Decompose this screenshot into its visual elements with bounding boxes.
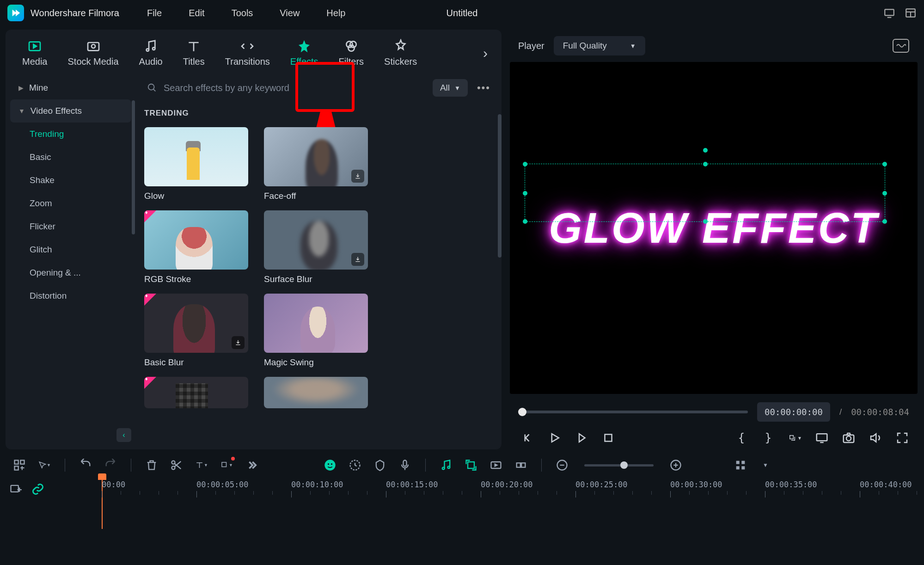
tab-audio[interactable]: Audio <box>131 35 171 71</box>
ai-button[interactable] <box>324 459 337 472</box>
effect-card[interactable] <box>144 377 248 408</box>
split-button[interactable] <box>170 459 183 472</box>
subcat-flicker[interactable]: Flicker <box>10 215 131 238</box>
more-options-button[interactable]: ••• <box>474 82 493 94</box>
snapshot-button[interactable] <box>842 431 856 445</box>
timeline-panel: ▼ ▼ ▼ ▼ 00:0000:00:05:0000: <box>0 449 924 510</box>
ruler-tick: 00:00:05:00 <box>196 480 249 489</box>
display-icon[interactable] <box>883 7 895 19</box>
menu-file[interactable]: File <box>147 8 162 18</box>
zoom-knob[interactable] <box>620 461 628 469</box>
volume-button[interactable] <box>869 431 882 445</box>
menu-view[interactable]: View <box>280 8 300 18</box>
track-options-button[interactable]: ▼ <box>759 459 772 472</box>
subcat-glitch[interactable]: Glitch <box>10 238 131 261</box>
more-tools-button[interactable] <box>245 459 258 472</box>
tab-titles[interactable]: Titles <box>175 35 213 71</box>
tab-media[interactable]: Media <box>14 35 55 71</box>
link-button[interactable] <box>31 483 44 496</box>
menu-edit[interactable]: Edit <box>189 8 204 18</box>
effect-card[interactable]: Glow <box>144 127 248 201</box>
sidebar-collapse-button[interactable]: ‹ <box>116 428 131 442</box>
subcat-basic[interactable]: Basic <box>10 146 131 169</box>
effect-thumbnail <box>264 210 368 270</box>
chevron-down-icon: ▼ <box>454 85 460 92</box>
scrub-bar[interactable] <box>518 411 748 413</box>
fullscreen-button[interactable] <box>895 431 909 445</box>
select-tool[interactable]: ▼ <box>38 459 51 472</box>
effect-card[interactable]: Surface Blur <box>264 210 368 284</box>
effect-card[interactable]: Basic Blur <box>144 294 248 368</box>
tab-effects[interactable]: Effects <box>282 35 327 71</box>
effect-thumbnail <box>144 294 248 353</box>
undo-button[interactable] <box>79 459 92 472</box>
scopes-button[interactable] <box>893 39 909 53</box>
stop-button[interactable] <box>601 431 615 445</box>
auto-reframe-button[interactable] <box>465 459 477 472</box>
download-icon[interactable] <box>351 170 364 183</box>
redo-button[interactable] <box>104 459 117 472</box>
quality-dropdown[interactable]: Full Quality▼ <box>554 36 645 55</box>
mark-in-button[interactable]: { <box>734 431 748 445</box>
svg-point-35 <box>448 466 450 468</box>
next-frame-button[interactable] <box>575 431 588 445</box>
voiceover-button[interactable] <box>398 459 411 472</box>
svg-rect-17 <box>605 435 612 442</box>
effect-card[interactable]: RGB Stroke <box>144 210 248 284</box>
download-icon[interactable] <box>232 336 245 349</box>
svg-line-16 <box>153 89 156 92</box>
sidebar-scrollbar[interactable] <box>132 100 135 234</box>
text-tool[interactable]: ▼ <box>195 459 208 472</box>
tab-filters[interactable]: Filters <box>330 35 372 71</box>
svg-rect-36 <box>468 462 474 468</box>
add-media-button[interactable] <box>9 483 22 496</box>
tabs-more-button[interactable]: › <box>477 45 493 61</box>
timeline-ruler[interactable]: 00:0000:00:05:0000:00:10:0000:00:15:0000… <box>102 480 915 508</box>
app-name: Wondershare Filmora <box>31 8 119 18</box>
speed-button[interactable] <box>349 459 361 472</box>
filter-dropdown[interactable]: All▼ <box>433 79 468 97</box>
audio-sync-button[interactable] <box>440 459 453 472</box>
crop-tool[interactable]: ▼ <box>220 459 233 472</box>
cat-video-effects[interactable]: ▼Video Effects <box>10 99 131 123</box>
subcat-distortion[interactable]: Distortion <box>10 284 131 307</box>
play-button[interactable] <box>548 431 562 445</box>
marker-button[interactable] <box>373 459 386 472</box>
track-size-button[interactable] <box>734 459 747 472</box>
menu-tools[interactable]: Tools <box>232 8 253 18</box>
subcat-zoom[interactable]: Zoom <box>10 192 131 215</box>
document-title: Untitled <box>447 8 478 18</box>
display-settings-button[interactable] <box>815 431 829 445</box>
layout-icon[interactable] <box>905 7 917 19</box>
zoom-slider[interactable] <box>584 464 654 467</box>
selection-box[interactable] <box>525 164 885 222</box>
effects-grid: GlowFace-offRGB StrokeSurface BlurBasic … <box>144 127 493 408</box>
menu-help[interactable]: Help <box>326 8 345 18</box>
tab-stock-media[interactable]: Stock Media <box>59 35 127 71</box>
scrub-knob[interactable] <box>518 408 526 416</box>
content-scrollbar[interactable] <box>498 114 502 258</box>
render-button[interactable] <box>490 459 502 472</box>
effect-card[interactable] <box>264 377 368 408</box>
delete-button[interactable] <box>145 459 158 472</box>
chevron-down-icon: ▼ <box>18 107 25 115</box>
tab-stickers[interactable]: Stickers <box>376 35 425 71</box>
subcat-opening[interactable]: Opening & ... <box>10 261 131 284</box>
add-track-button[interactable] <box>13 459 26 472</box>
zoom-out-button[interactable] <box>556 459 569 472</box>
snap-button[interactable] <box>514 459 527 472</box>
zoom-in-button[interactable] <box>669 459 682 472</box>
effect-card[interactable]: Face-off <box>264 127 368 201</box>
prev-frame-button[interactable] <box>521 431 535 445</box>
effect-card[interactable]: Magic Swing <box>264 294 368 368</box>
preview-viewport[interactable]: GLOW EFFECT <box>510 62 918 394</box>
subcat-trending[interactable]: Trending <box>10 123 131 146</box>
mark-out-button[interactable]: } <box>761 431 775 445</box>
crop-dropdown[interactable]: ▼ <box>788 431 802 445</box>
download-icon[interactable] <box>351 253 364 266</box>
cat-mine[interactable]: ▶Mine <box>10 76 131 99</box>
search-input[interactable]: Search effects by any keyword <box>144 83 426 93</box>
effect-label: Magic Swing <box>264 357 368 368</box>
tab-transitions[interactable]: Transitions <box>217 35 278 71</box>
subcat-shake[interactable]: Shake <box>10 169 131 192</box>
